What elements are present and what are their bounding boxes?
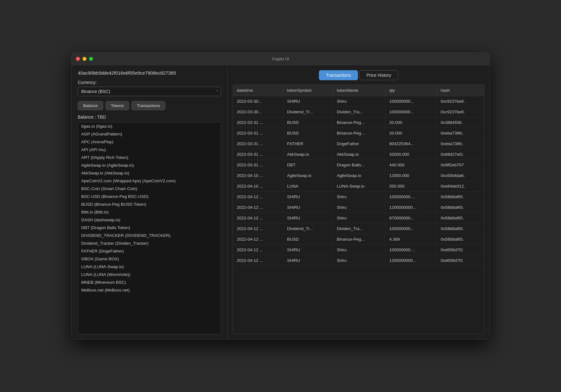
list-item[interactable]: FATHER (DogeFather) [78,247,221,255]
cell-datetime: 2022-03-30... [233,96,283,107]
cell-datetime: 2022-04-10 ... [233,170,283,181]
cell-qty: 350.000 [385,181,437,192]
cell-qty: 100000000... [385,107,437,117]
cell-datetime: 2022-04-12 ... [233,245,283,255]
list-item[interactable]: BSC-USD (Binance-Peg BSC-USD) [78,193,221,200]
cell-qty: 870000000... [385,213,437,223]
cell-tokenSymbol: Dividend_Tr... [283,107,333,117]
close-button[interactable] [76,57,80,61]
list-item[interactable]: Bittt.io (Bittt.io) [78,208,221,216]
main-window: Crypto UI 40ac90bb5dde42f016e6f05e9ce790… [71,52,490,340]
cell-qty: 440.000 [385,160,437,170]
list-item[interactable]: DBT (Dragon Balls Token) [78,224,221,232]
col-datetime: datetime [233,85,283,96]
cell-datetime: 2022-04-12 ... [233,202,283,213]
cell-datetime: 2022-03-31 ... [233,149,283,160]
currency-select-wrapper: Binance (BSC) Ethereum Polygon ⌃ [78,87,221,96]
table-row[interactable]: 2022-04-12 ...SHIRUShiru100000000....0x5… [233,192,484,202]
table-row[interactable]: 2022-04-10 ...LUNALUNA-Swap.io350.0000xe… [233,181,484,192]
list-item[interactable]: AGP (AGrandPattern) [78,130,221,138]
list-item[interactable]: DASH (dashswap.io) [78,216,221,224]
cell-tokenName: AkkSwap.io [333,149,385,160]
titlebar: Crypto UI [72,53,489,65]
cell-qty: 804225364... [385,139,437,149]
list-item[interactable]: APC (ArenaPlay) [78,138,221,146]
cell-hash: 0x68d27ef2. [437,149,484,160]
tab-transactions[interactable]: Transactions [319,70,358,80]
cell-hash: 0x58b8af65. [437,223,484,234]
col-token-symbol: tokenSymbol [283,85,333,96]
table-row[interactable]: 2022-04-12 ...BUSDBinance-Peg...4.3690x5… [233,234,484,245]
currency-select[interactable]: Binance (BSC) Ethereum Polygon [78,87,221,96]
list-item[interactable]: BSC-Coin (Smart Chain Coin) [78,185,221,193]
cell-datetime: 2022-03-31 ... [233,160,283,170]
cell-tokenName: Shiru [333,192,385,202]
balance-button[interactable]: Balance [78,101,103,110]
cell-tokenName: Shiru [333,255,385,266]
list-item[interactable]: API (API Inu) [78,146,221,154]
cell-tokenSymbol: Dividend_Tr... [283,223,333,234]
cell-tokenName: LUNA-Swap.io [333,181,385,192]
transactions-button[interactable]: Transactions [132,101,165,110]
table-row[interactable]: 2022-03-31 ...AkkSwap.ioAkkSwap.io32000.… [233,149,484,160]
table-row[interactable]: 2022-04-10 ...AgileSwap.ioAgileSwap.io12… [233,170,484,181]
tab-price-history[interactable]: Price History [359,70,398,80]
cell-tokenSymbol: SHIRU [283,255,333,266]
cell-tokenSymbol: LUNA [283,181,333,192]
tokens-button[interactable]: Tokens [106,101,129,110]
maximize-button[interactable] [89,57,93,61]
list-item[interactable]: 0gas.io (0gas.io) [78,122,221,130]
token-list[interactable]: 0gas.io (0gas.io)AGP (AGrandPattern)APC … [78,122,221,334]
list-item[interactable]: LUNA (LUNA (Wormhole)) [78,271,221,278]
list-item[interactable]: LUNA (LUNA-Swap.io) [78,263,221,271]
list-item[interactable]: GBOX (Game BOX) [78,255,221,263]
cell-datetime: 2022-03-31 ... [233,139,283,149]
cell-tokenName: DogeFather [333,139,385,149]
table-row[interactable]: 2022-04-12 ...SHIRUShiru100000000....0xd… [233,245,484,255]
table-row[interactable]: 2022-04-12 ...Dividend_Tr...Dividen_Tra.… [233,223,484,234]
table-row[interactable]: 2022-03-30...SHIRUShiru100000000...0xc92… [233,96,484,107]
minimize-button[interactable] [82,57,87,61]
table-row[interactable]: 2022-03-30...Dividend_Tr...Dividen_Tra..… [233,107,484,117]
table-row[interactable]: 2022-03-31 ...DBTDragon Balls...440.0000… [233,160,484,170]
list-item[interactable]: MNEB (Minereum BSC) [78,278,221,286]
table-row[interactable]: 2022-03-31 ...BUSDBinance-Peg...20.0000x… [233,117,484,128]
table-row[interactable]: 2022-04-12 ...SHIRUShiru1200000000...0x5… [233,202,484,213]
list-item[interactable]: AkkSwap.io (AkkSwap.io) [78,169,221,177]
cell-tokenSymbol: SHIRU [283,245,333,255]
cell-tokenName: Dividen_Tra... [333,107,385,117]
table-row[interactable]: 2022-03-31 ...FATHERDogeFather804225364.… [233,139,484,149]
cell-tokenSymbol: BUSD [283,117,333,128]
list-item[interactable]: Dividend_Tracker (Dividen_Tracker) [78,239,221,247]
cell-tokenSymbol: SHIRU [283,96,333,107]
window-title: Crypto UI [272,56,289,61]
col-token-name: tokenName [333,85,385,96]
cell-datetime: 2022-04-12 ... [233,223,283,234]
table-row[interactable]: 2022-03-31 ...BUSDBinance-Peg...20.0000x… [233,128,484,139]
list-item[interactable]: MeBoxs.net (MeBoxs.net) [78,286,221,294]
cell-datetime: 2022-04-12 ... [233,234,283,245]
list-item[interactable]: AgileSwap.io (AgileSwap.io) [78,161,221,169]
cell-hash: 0xeba738fc. [437,139,484,149]
cell-hash: 0x58b8af65. [437,202,484,213]
cell-hash: 0x58b8af65. [437,192,484,202]
list-item[interactable]: DIVIDEND_TRACKER (DIVIDEND_TRACKER) [78,232,221,239]
col-hash: hash [437,85,484,96]
col-qty: qty [385,85,437,96]
list-item[interactable]: ART (0Apply Rich Token) [78,154,221,161]
right-panel: Transactions Price History datetime toke… [228,65,489,339]
list-item[interactable]: ApeCoinV2.com (Wrapped Ape) (ApeCoinV2.c… [78,177,221,185]
table-row[interactable]: 2022-04-12 ...SHIRUShiru1200000000...0xd… [233,255,484,266]
cell-tokenName: AgileSwap.io [333,170,385,181]
cell-hash: 0xeba738fc. [437,128,484,139]
table-row[interactable]: 2022-04-12 ...SHIRUShiru870000000...0x58… [233,213,484,223]
cell-qty: 1200000000... [385,255,437,266]
list-item[interactable]: BUSD (Binance-Peg BUSD Token) [78,200,221,208]
cell-tokenSymbol: AkkSwap.io [283,149,333,160]
cell-hash: 0x9ff2eb707 [437,160,484,170]
cell-tokenName: Shiru [333,213,385,223]
cell-hash: 0xc9237be8. [437,96,484,107]
cell-tokenName: Dividen_Tra... [333,223,385,234]
transactions-table-wrapper[interactable]: datetime tokenSymbol tokenName qty hash … [233,85,484,334]
wallet-address: 40ac90bb5dde42f016e6f05e9ce7908ec827385 [78,70,221,76]
